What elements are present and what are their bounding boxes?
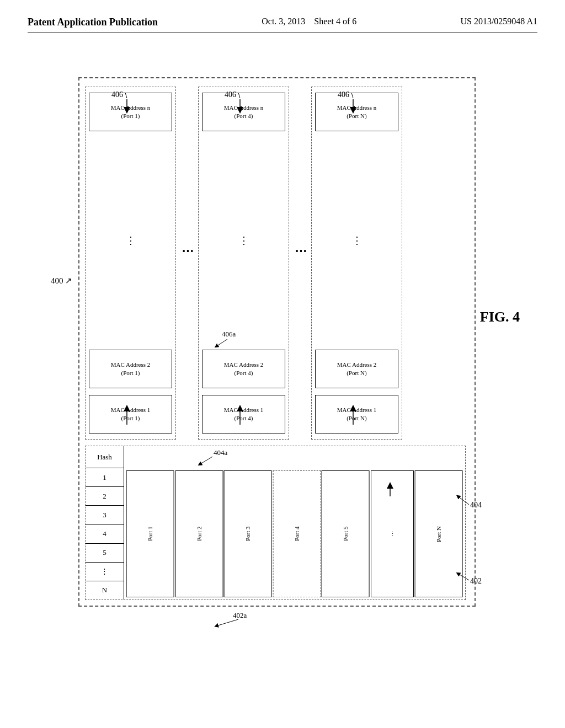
page: Patent Application Publication Oct. 3, 2…: [0, 0, 565, 728]
hash-cell-5: 5: [86, 544, 124, 563]
figure-diagram: FIG. 4 400 ↗ MAC Address n(Port 1) ⋮ MAC…: [45, 44, 520, 651]
hash-cell-3: 3: [86, 506, 124, 524]
col-separator-dots: ⋯: [182, 244, 194, 258]
mac-box-1-portN: MAC Address 1(Port N): [315, 395, 398, 433]
ports-row: Port 1 Port 2 Port 3 Port 4 Port 5 ⋮ Por…: [124, 468, 465, 599]
port-box-1: Port 1: [126, 470, 174, 597]
publication-date: Oct. 3, 2013: [262, 17, 305, 26]
port-box-2: Port 2: [175, 470, 223, 597]
page-header: Patent Application Publication Oct. 3, 2…: [28, 17, 537, 33]
hash-cell-N: N: [86, 581, 124, 599]
hash-cell-1: 1: [86, 468, 124, 487]
mac-box-n-port4: MAC Address n(Port 4): [202, 93, 285, 131]
port-box-5: Port 5: [322, 470, 370, 597]
port-box-3: Port 3: [224, 470, 272, 597]
publication-title: Patent Application Publication: [28, 17, 158, 28]
mac-box-1-port4: MAC Address 1(Port 4): [202, 395, 285, 433]
hash-header: Hash: [86, 446, 124, 468]
svg-text:402a: 402a: [233, 611, 247, 619]
port-box-dots: ⋮: [371, 470, 414, 597]
header-date-sheet: Oct. 3, 2013 Sheet 4 of 6: [262, 17, 356, 26]
mac-box-n-portN: MAC Address n(Port N): [315, 93, 398, 131]
mac-box-n-port1: MAC Address n(Port 1): [89, 93, 172, 131]
mac-box-2-port4: MAC Address 2(Port 4): [202, 350, 285, 388]
hash-cell-4: 4: [86, 524, 124, 543]
hash-cell-2: 2: [86, 487, 124, 506]
svg-line-17: [216, 619, 238, 626]
hash-column: Hash 1 2 3 4 5 ⋮ N: [86, 446, 124, 599]
port-box-N: Port N: [415, 470, 463, 597]
mac-col-port1: MAC Address n(Port 1) ⋮ MAC Address 2(Po…: [85, 87, 176, 440]
mac-box-1-port1: MAC Address 1(Port 1): [89, 395, 172, 433]
hash-cell-dots: ⋮: [86, 563, 124, 581]
mac-box-2-portN: MAC Address 2(Port N): [315, 350, 398, 388]
col-separator-dots2: ⋯: [295, 244, 307, 258]
hash-port-section: Hash 1 2 3 4 5 ⋮ N Port 1 Port 2 Port 3 …: [85, 446, 466, 600]
patent-number: US 2013/0259048 A1: [460, 17, 537, 26]
ref-400: 400 ↗: [51, 276, 72, 286]
mac-col-port4: MAC Address n(Port 4) ⋮ MAC Address 2(Po…: [198, 87, 289, 440]
port-box-4: Port 4: [273, 470, 321, 597]
figure-label: FIG. 4: [480, 309, 520, 325]
main-diagram-box: MAC Address n(Port 1) ⋮ MAC Address 2(Po…: [78, 77, 476, 607]
mac-col-portN: MAC Address n(Port N) ⋮ MAC Address 2(Po…: [311, 87, 402, 440]
sheet-number: Sheet 4 of 6: [314, 17, 356, 26]
mac-box-2-port1: MAC Address 2(Port 1): [89, 350, 172, 388]
